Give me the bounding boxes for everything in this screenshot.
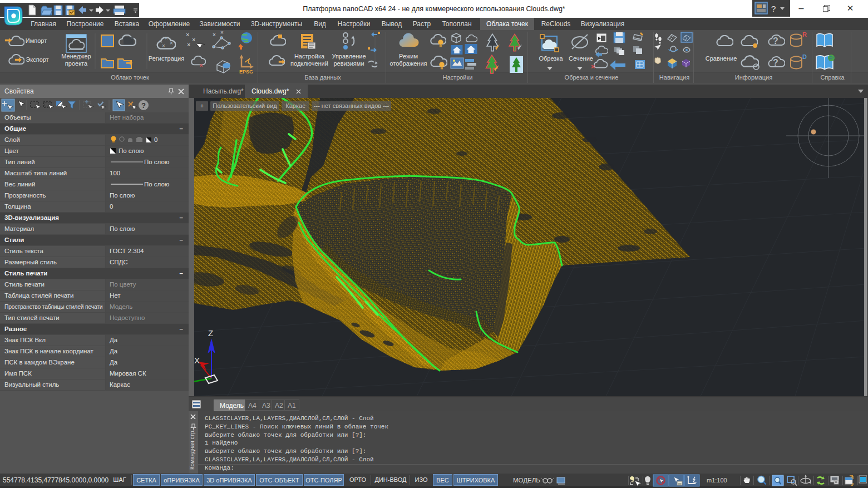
svg-text:0: 0 [154,136,157,143]
svg-text:×: × [162,43,165,49]
svg-text:×: × [170,40,173,46]
svg-text:×: × [213,32,216,38]
svg-text:Z: Z [208,328,213,338]
svg-text:×: × [192,36,195,43]
svg-text:?: ? [141,101,146,110]
svg-text:EPSG: EPSG [239,69,253,75]
svg-text:X: X [194,356,200,365]
svg-text:D: D [802,53,807,60]
svg-text:×: × [220,30,224,36]
svg-text:×: × [591,62,595,71]
svg-text:×: × [199,62,203,70]
svg-text:×: × [165,35,168,41]
svg-text:×: × [186,31,189,38]
svg-text:По слою: По слою [144,181,170,188]
svg-text:R: R [802,31,807,38]
svg-text:По слою: По слою [119,147,144,154]
svg-text:×: × [187,41,190,48]
svg-text:По слою: По слою [144,159,170,165]
svg-text:?: ? [771,4,776,13]
